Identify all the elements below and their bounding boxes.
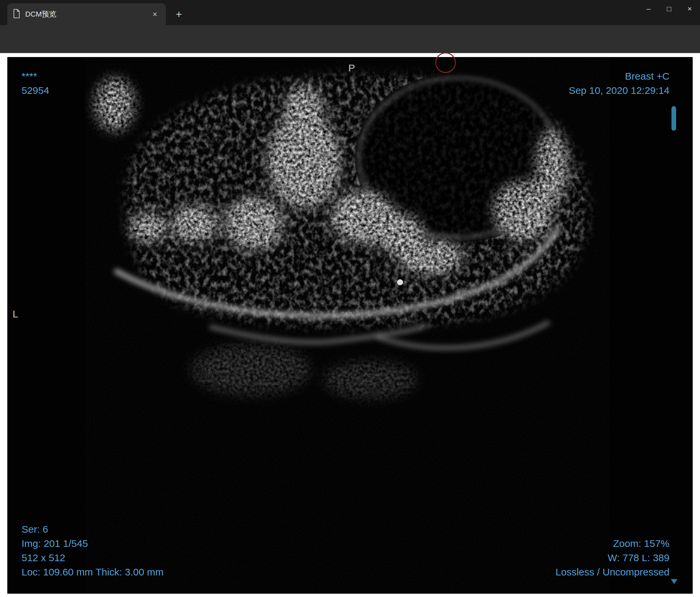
tab-title: DCM预览 xyxy=(25,9,145,19)
document-icon xyxy=(12,9,21,20)
overlay-bottom-left: Ser: 6 Img: 201 1/545 512 x 512 Loc: 109… xyxy=(22,522,164,579)
overlay-compression: Lossless / Uncompressed xyxy=(556,565,670,579)
orientation-marker-posterior: P xyxy=(348,62,355,74)
overlay-stars: **** xyxy=(22,69,49,83)
overlay-top-left: **** 52954 xyxy=(22,69,49,98)
overlay-patient-id: 52954 xyxy=(22,83,49,98)
window-controls: – □ × xyxy=(638,0,700,18)
dicom-viewer[interactable]: **** 52954 Breast +C Sep 10, 2020 12:29:… xyxy=(7,57,693,594)
overlay-bottom-right: Zoom: 157% W: 778 L: 389 Lossless / Unco… xyxy=(556,536,670,579)
scroll-down-arrow-icon[interactable] xyxy=(671,579,677,584)
overlay-study-datetime: Sep 10, 2020 12:29:14 xyxy=(569,83,670,98)
overlay-matrix-size: 512 x 512 xyxy=(22,550,164,565)
overlay-zoom-level: Zoom: 157% xyxy=(556,536,670,550)
page-background: **** 52954 Breast +C Sep 10, 2020 12:29:… xyxy=(0,53,700,597)
overlay-image-number: Img: 201 1/545 xyxy=(22,536,164,550)
tab-close-icon[interactable]: × xyxy=(149,9,160,20)
overlay-window-level: W: 778 L: 389 xyxy=(556,550,670,565)
overlay-top-right: Breast +C Sep 10, 2020 12:29:14 xyxy=(569,69,670,98)
navigation-bar: ← ↻ ⌂ https://file.kkview.cn/onlinePrevi… xyxy=(0,25,700,53)
window-close-button[interactable]: × xyxy=(679,0,700,18)
orientation-marker-left: L xyxy=(12,308,18,320)
mri-image xyxy=(85,58,609,593)
window-minimize-button[interactable]: – xyxy=(638,0,659,18)
tab-dcm-preview[interactable]: DCM预览 × xyxy=(7,3,166,25)
window-maximize-button[interactable]: □ xyxy=(659,0,679,18)
series-scrollbar-thumb[interactable] xyxy=(672,106,676,131)
overlay-series-number: Ser: 6 xyxy=(22,522,164,536)
browser-window: DCM预览 × + – □ × ← ↻ ⌂ https://file.kkvie… xyxy=(0,0,700,597)
new-tab-button[interactable]: + xyxy=(172,7,186,21)
red-circle-annotation xyxy=(435,52,456,73)
overlay-location-thickness: Loc: 109.60 mm Thick: 3.00 mm xyxy=(22,565,164,579)
tab-strip: DCM预览 × + – □ × xyxy=(0,0,700,25)
overlay-study-name: Breast +C xyxy=(569,69,670,83)
